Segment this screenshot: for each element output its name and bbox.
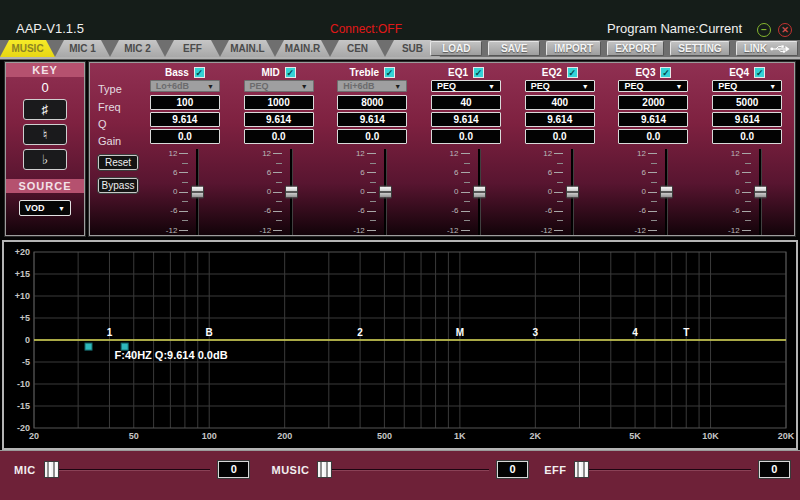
q-input[interactable]: 9.614 xyxy=(337,112,407,127)
tab-cen[interactable]: CEN xyxy=(330,40,385,57)
gain-input[interactable]: 0.0 xyxy=(712,129,782,144)
gain-slider-scale: 1260-6-12 xyxy=(727,153,751,231)
type-dropdown[interactable]: Lo+6dB▼ xyxy=(150,80,220,92)
q-input[interactable]: 9.614 xyxy=(712,112,782,127)
load-button[interactable]: LOAD xyxy=(430,41,482,56)
slider-tick-minor xyxy=(370,182,376,183)
type-dropdown[interactable]: Hi+6dB▼ xyxy=(337,80,407,92)
channel-enable-checkbox[interactable]: ✓ xyxy=(384,67,395,78)
slider-tick-row: -6 xyxy=(539,211,563,212)
gain-slider-handle[interactable] xyxy=(191,186,204,199)
source-dropdown-value: VOD xyxy=(25,203,45,213)
q-input[interactable]: 9.614 xyxy=(150,112,220,127)
gain-slider-handle[interactable] xyxy=(379,186,392,199)
channel-enable-checkbox[interactable]: ✓ xyxy=(754,67,765,78)
slider-tick-row: 0 xyxy=(258,192,282,193)
mixer-slider-handle[interactable] xyxy=(317,461,332,478)
channel-enable-checkbox[interactable]: ✓ xyxy=(194,67,205,78)
minimize-icon[interactable]: − xyxy=(757,23,771,37)
tab-main-l[interactable]: MAIN.L xyxy=(220,40,275,57)
channel-enable-checkbox[interactable]: ✓ xyxy=(660,67,671,78)
slider-tick-major xyxy=(461,153,470,154)
import-button[interactable]: IMPORT xyxy=(546,41,601,56)
gain-slider-handle[interactable] xyxy=(660,186,673,199)
freq-input[interactable]: 1000 xyxy=(244,95,314,110)
source-dropdown[interactable]: VOD ▼ xyxy=(19,200,71,216)
channel-header: Bass✓ xyxy=(165,67,205,78)
mixer-slider-mic[interactable] xyxy=(44,461,210,478)
eq-response-graph[interactable]: +20+15+10+50-5-10-15-2020501002005001K2K… xyxy=(2,240,798,450)
mixer-slider-handle[interactable] xyxy=(44,461,59,478)
slider-tick-row xyxy=(727,182,751,183)
freq-input[interactable]: 8000 xyxy=(337,95,407,110)
tab-main-r[interactable]: MAIN.R xyxy=(275,40,330,57)
channel-name: EQ3 xyxy=(635,67,655,78)
gain-input[interactable]: 0.0 xyxy=(150,129,220,144)
mixer-slider-eff[interactable] xyxy=(574,461,750,478)
x-axis-tick-label: 1K xyxy=(454,431,466,441)
link-button[interactable]: LINK xyxy=(736,41,798,56)
mixer-slider-music[interactable] xyxy=(317,461,488,478)
tab-music[interactable]: MUSIC xyxy=(0,40,55,57)
slider-tick-label: 6 xyxy=(548,169,552,177)
bypass-button[interactable]: Bypass xyxy=(98,178,138,193)
q-input[interactable]: 9.614 xyxy=(618,112,688,127)
slider-tick-minor xyxy=(370,201,376,202)
slider-tick-minor xyxy=(557,163,563,164)
tab-mic2[interactable]: MIC 2 xyxy=(110,40,165,57)
save-button[interactable]: SAVE xyxy=(488,41,540,56)
q-input[interactable]: 9.614 xyxy=(525,112,595,127)
freq-input[interactable]: 40 xyxy=(431,95,501,110)
freq-input[interactable]: 100 xyxy=(150,95,220,110)
gain-input[interactable]: 0.0 xyxy=(525,129,595,144)
type-dropdown[interactable]: PEQ▼ xyxy=(244,80,314,92)
channel-name: EQ2 xyxy=(542,67,562,78)
type-dropdown[interactable]: PEQ▼ xyxy=(618,80,688,92)
slider-tick-label: 0 xyxy=(267,188,271,196)
key-sharp-button[interactable]: ♯ xyxy=(23,99,67,120)
slider-tick-label: -12 xyxy=(541,227,553,235)
mixer-value-mic[interactable]: 0 xyxy=(218,461,249,478)
slider-tick-row: 6 xyxy=(164,172,188,173)
slider-tick-row xyxy=(352,182,376,183)
gain-slider-handle[interactable] xyxy=(566,186,579,199)
tab-mic1[interactable]: MIC 1 xyxy=(55,40,110,57)
type-dropdown[interactable]: PEQ▼ xyxy=(431,80,501,92)
mixer-slider-handle[interactable] xyxy=(574,461,589,478)
type-dropdown[interactable]: PEQ▼ xyxy=(525,80,595,92)
gain-slider-handle[interactable] xyxy=(473,186,486,199)
channel-enable-checkbox[interactable]: ✓ xyxy=(473,67,484,78)
slider-tick-row: 0 xyxy=(633,192,657,193)
key-flat-button[interactable]: ♭ xyxy=(23,149,67,170)
freq-input[interactable]: 5000 xyxy=(712,95,782,110)
gain-input[interactable]: 0.0 xyxy=(431,129,501,144)
type-dropdown[interactable]: PEQ▼ xyxy=(712,80,782,92)
setting-button[interactable]: SETTING xyxy=(670,41,729,56)
gain-slider-handle[interactable] xyxy=(754,186,767,199)
gain-slider-track-area xyxy=(660,149,674,235)
export-button[interactable]: EXPORT xyxy=(607,41,664,56)
slider-tick-row: -12 xyxy=(164,230,188,231)
gain-input[interactable]: 0.0 xyxy=(618,129,688,144)
channel-enable-checkbox[interactable]: ✓ xyxy=(567,67,578,78)
freq-input[interactable]: 2000 xyxy=(618,95,688,110)
close-icon[interactable]: ✕ xyxy=(778,23,792,37)
mixer-value-music[interactable]: 0 xyxy=(497,461,528,478)
q-input[interactable]: 9.614 xyxy=(244,112,314,127)
eq-point-handle[interactable] xyxy=(85,343,92,350)
slider-tick-major xyxy=(648,153,657,154)
gain-input[interactable]: 0.0 xyxy=(337,129,407,144)
slider-tick-minor xyxy=(182,182,188,183)
gain-slider-handle[interactable] xyxy=(285,186,298,199)
reset-button[interactable]: Reset xyxy=(98,155,138,170)
slider-tick-row xyxy=(446,182,470,183)
slider-tick-row: -6 xyxy=(446,211,470,212)
key-natural-button[interactable]: ♮ xyxy=(23,124,67,145)
q-input[interactable]: 9.614 xyxy=(431,112,501,127)
channel-enable-checkbox[interactable]: ✓ xyxy=(285,67,296,78)
slider-tick-row xyxy=(258,201,282,202)
mixer-value-eff[interactable]: 0 xyxy=(759,461,790,478)
gain-input[interactable]: 0.0 xyxy=(244,129,314,144)
tab-eff[interactable]: EFF xyxy=(165,40,220,57)
freq-input[interactable]: 400 xyxy=(525,95,595,110)
